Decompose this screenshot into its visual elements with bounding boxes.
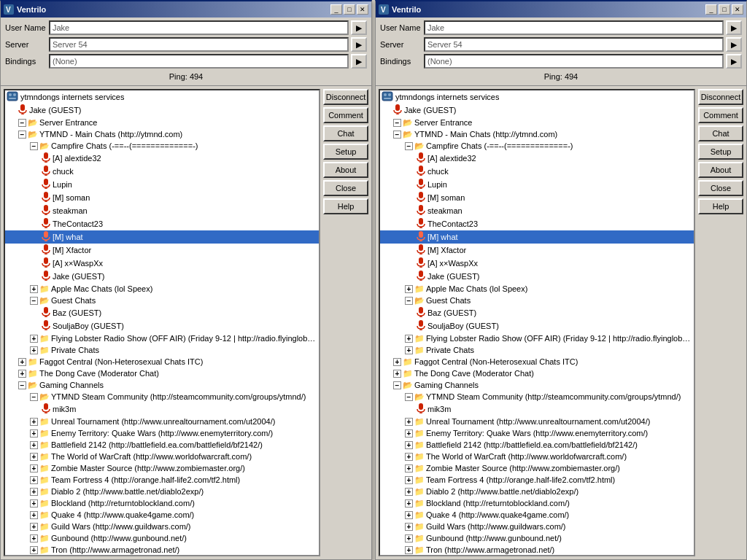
comment-button[interactable]: Comment	[698, 107, 743, 123]
username-btn[interactable]: ▶	[726, 20, 742, 35]
tree-item[interactable]: +📁Team Fortress 4 (http://orange.half-li…	[380, 474, 694, 486]
collapse-icon[interactable]: −	[18, 131, 26, 139]
tree-item[interactable]: +📁Quake 4 (http://www.quake4game.com/)	[380, 509, 694, 521]
collapse-icon[interactable]: −	[30, 393, 38, 401]
collapse-icon[interactable]: −	[18, 119, 26, 127]
tree-item[interactable]: Jake (GUEST)	[5, 270, 319, 283]
expand-icon[interactable]: +	[405, 476, 413, 484]
tree-item[interactable]: +📁Unreal Tournament (http://www.unrealto…	[380, 416, 694, 427]
tree-item[interactable]: +📁Zombie Master Source (http://www.zombi…	[5, 462, 319, 474]
close-window-button[interactable]: ✕	[732, 4, 743, 15]
tree-item[interactable]: +📁Blockland (http://returntoblockland.co…	[5, 497, 319, 509]
tree-item[interactable]: +📁Tron (http://www.armagetronad.net/)	[5, 544, 319, 556]
collapse-icon[interactable]: −	[405, 297, 413, 305]
bindings-input[interactable]	[424, 54, 724, 69]
chat-button[interactable]: Chat	[698, 125, 743, 141]
expand-icon[interactable]: +	[30, 464, 38, 472]
close-window-button[interactable]: ✕	[357, 4, 368, 15]
expand-icon[interactable]: +	[18, 370, 26, 378]
tree-item[interactable]: −📂Campfire Chats (-==--(=============-)	[380, 140, 694, 152]
tree-item[interactable]: [M] Xfactor	[5, 244, 319, 257]
tree-item[interactable]: +📁Unreal Tournament (http://www.unrealto…	[5, 416, 319, 427]
tree-item[interactable]: Lupin	[5, 178, 319, 191]
tree-item[interactable]: +📁The World of WarCraft (http://www.worl…	[380, 451, 694, 462]
disconnect-button[interactable]: Disconnect	[698, 89, 743, 105]
expand-icon[interactable]: +	[30, 441, 38, 449]
tree-item[interactable]: ytmndongs internets services	[380, 90, 694, 104]
expand-icon[interactable]: +	[405, 346, 413, 354]
expand-icon[interactable]: +	[405, 418, 413, 426]
tree-item[interactable]: +📁Diablo 2 (http://www.battle.net/diablo…	[380, 486, 694, 497]
help-button[interactable]: Help	[698, 198, 743, 214]
collapse-icon[interactable]: −	[405, 142, 413, 150]
about-button[interactable]: About	[698, 162, 743, 178]
tree-item[interactable]: −📂YTMND - Main Chats (http://ytmnd.com)	[5, 128, 319, 140]
tree-item[interactable]: mik3m	[5, 402, 319, 416]
collapse-icon[interactable]: −	[30, 297, 38, 305]
collapse-icon[interactable]: −	[18, 381, 26, 389]
tree-item[interactable]: [M] soman	[5, 191, 319, 204]
tree-item[interactable]: −📂YTMND - Main Chats (http://ytmnd.com)	[380, 128, 694, 140]
tree-item[interactable]: −📂Server Entrance	[380, 117, 694, 128]
tree-item[interactable]: mik3m	[380, 402, 694, 416]
tree-item[interactable]: −📂Guest Chats	[380, 295, 694, 306]
tree-item[interactable]: +📁Faggot Central (Non-Heterosexual Chats…	[5, 356, 319, 368]
collapse-icon[interactable]: −	[30, 142, 38, 150]
tree-item[interactable]: +📁Enemy Territory: Quake Wars (http://ww…	[380, 427, 694, 439]
about-button[interactable]: About	[323, 162, 368, 178]
tree-item[interactable]: +📁The Dong Cave (Moderator Chat)	[5, 368, 319, 379]
expand-icon[interactable]: +	[30, 534, 38, 542]
bindings-btn[interactable]: ▶	[726, 54, 742, 69]
expand-icon[interactable]: +	[405, 511, 413, 519]
tree-item[interactable]: −📂Guest Chats	[5, 295, 319, 306]
expand-icon[interactable]: +	[30, 285, 38, 293]
tree-item[interactable]: Baz (GUEST)	[5, 306, 319, 319]
tree-item[interactable]: SouljaBoy (GUEST)	[380, 319, 694, 332]
expand-icon[interactable]: +	[30, 546, 38, 554]
collapse-icon[interactable]: −	[393, 119, 401, 127]
help-button[interactable]: Help	[323, 198, 368, 214]
close-button[interactable]: Close	[698, 180, 743, 196]
tree-item[interactable]: TheContact23	[380, 217, 694, 230]
username-btn[interactable]: ▶	[351, 20, 367, 35]
minimize-button[interactable]: _	[330, 4, 342, 15]
tree-item[interactable]: +📁Private Chats	[380, 344, 694, 356]
username-input[interactable]	[49, 20, 349, 35]
expand-icon[interactable]: +	[18, 358, 26, 366]
expand-icon[interactable]: +	[405, 464, 413, 472]
tree-item[interactable]: [M] soman	[380, 191, 694, 204]
tree-item[interactable]: −📂YTMND Steam Community (http://steamcom…	[380, 391, 694, 402]
close-button[interactable]: Close	[323, 180, 368, 196]
setup-button[interactable]: Setup	[698, 144, 743, 160]
tree-item[interactable]: +📁The World of WarCraft (http://www.worl…	[5, 451, 319, 462]
expand-icon[interactable]: +	[405, 523, 413, 531]
server-input[interactable]	[49, 37, 349, 52]
tree-item[interactable]: Jake (GUEST)	[5, 104, 319, 117]
minimize-button[interactable]: _	[705, 4, 717, 15]
tree-item[interactable]: chuck	[380, 165, 694, 178]
tree-item[interactable]: chuck	[5, 165, 319, 178]
expand-icon[interactable]: +	[30, 453, 38, 461]
username-input[interactable]	[424, 20, 724, 35]
tree-item[interactable]: +📁Flying Lobster Radio Show (OFF AIR) (F…	[380, 332, 694, 344]
expand-icon[interactable]: +	[393, 370, 401, 378]
tree-item[interactable]: +📁Guild Wars (http://www.guildwars.com/)	[380, 521, 694, 532]
maximize-button[interactable]: □	[344, 4, 355, 15]
expand-icon[interactable]: +	[30, 523, 38, 531]
tree-item[interactable]: +📁Faggot Central (Non-Heterosexual Chats…	[380, 356, 694, 368]
server-tree[interactable]: ytmndongs internets services Jake (GUEST…	[4, 89, 320, 556]
tree-item[interactable]: [A] alextide32	[380, 152, 694, 165]
tree-item[interactable]: +📁Apple Mac Chats (lol Speex)	[5, 283, 319, 295]
expand-icon[interactable]: +	[405, 546, 413, 554]
tree-item[interactable]: steakman	[5, 204, 319, 217]
tree-item[interactable]: −📂Gaming Channels	[5, 379, 319, 391]
tree-item[interactable]: +📁Flying Lobster Radio Show (OFF AIR) (F…	[5, 332, 319, 344]
expand-icon[interactable]: +	[30, 346, 38, 354]
collapse-icon[interactable]: −	[405, 393, 413, 401]
expand-icon[interactable]: +	[30, 511, 38, 519]
server-tree[interactable]: ytmndongs internets services Jake (GUEST…	[379, 89, 695, 556]
tree-item[interactable]: TheContact23	[5, 217, 319, 230]
disconnect-button[interactable]: Disconnect	[323, 89, 368, 105]
tree-item[interactable]: Baz (GUEST)	[380, 306, 694, 319]
expand-icon[interactable]: +	[405, 335, 413, 343]
